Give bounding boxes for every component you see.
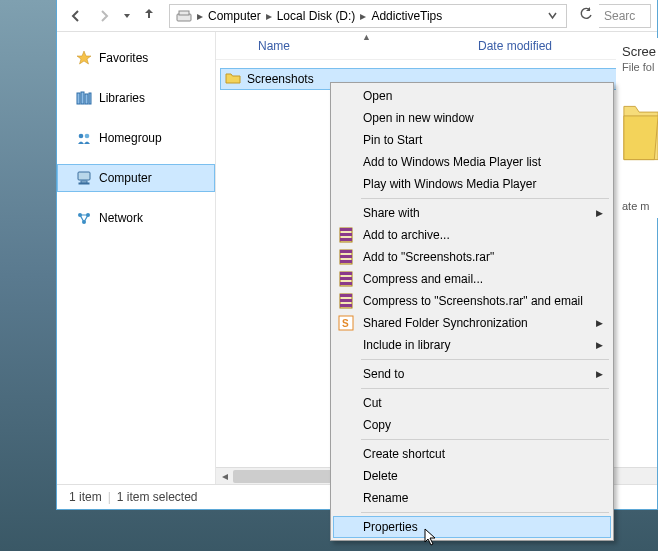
nav-favorites[interactable]: Favorites bbox=[57, 44, 215, 72]
sort-indicator: ▲ bbox=[356, 32, 377, 42]
forward-button[interactable] bbox=[91, 3, 117, 29]
toolbar: ▸ Computer ▸ Local Disk (D:) ▸ Addictive… bbox=[57, 0, 657, 32]
menu-item[interactable]: Add to archive... bbox=[333, 224, 611, 246]
menu-item[interactable]: Rename bbox=[333, 487, 611, 509]
menu-item[interactable]: Copy bbox=[333, 414, 611, 436]
menu-item[interactable]: Create shortcut bbox=[333, 443, 611, 465]
address-bar[interactable]: ▸ Computer ▸ Local Disk (D:) ▸ Addictive… bbox=[169, 4, 567, 28]
menu-item-label: Share with bbox=[363, 206, 420, 220]
rar-icon bbox=[337, 226, 355, 244]
svg-point-7 bbox=[85, 134, 90, 139]
menu-item[interactable]: Properties bbox=[333, 516, 611, 538]
menu-item[interactable]: Add to "Screenshots.rar" bbox=[333, 246, 611, 268]
status-selection: 1 item selected bbox=[117, 490, 198, 504]
menu-item[interactable]: Add to Windows Media Player list bbox=[333, 151, 611, 173]
svg-text:S: S bbox=[342, 318, 349, 329]
svg-rect-8 bbox=[78, 172, 90, 180]
svg-rect-2 bbox=[77, 93, 80, 104]
menu-item-label: Send to bbox=[363, 367, 404, 381]
menu-item[interactable]: Open in new window bbox=[333, 107, 611, 129]
menu-item-label: Include in library bbox=[363, 338, 450, 352]
breadcrumb-item[interactable]: AddictiveTips bbox=[368, 5, 445, 27]
preview-pane: Scree File fol ate m bbox=[616, 38, 658, 218]
menu-item[interactable]: Open bbox=[333, 85, 611, 107]
menu-item-label: Pin to Start bbox=[363, 133, 422, 147]
menu-separator bbox=[361, 439, 609, 440]
menu-item[interactable]: Pin to Start bbox=[333, 129, 611, 151]
folder-large-icon bbox=[622, 93, 658, 173]
file-name: Screenshots bbox=[247, 72, 314, 86]
menu-item-label: Rename bbox=[363, 491, 408, 505]
breadcrumb-separator[interactable]: ▸ bbox=[358, 9, 368, 23]
nav-label: Favorites bbox=[99, 51, 148, 65]
menu-item-label: Add to "Screenshots.rar" bbox=[363, 250, 494, 264]
back-button[interactable] bbox=[63, 3, 89, 29]
folder-icon bbox=[225, 71, 241, 88]
up-button[interactable] bbox=[135, 6, 163, 25]
svg-rect-4 bbox=[85, 94, 88, 104]
address-dropdown[interactable] bbox=[542, 9, 563, 23]
menu-separator bbox=[361, 512, 609, 513]
menu-item-label: Play with Windows Media Player bbox=[363, 177, 536, 191]
breadcrumb-separator[interactable]: ▸ bbox=[264, 9, 274, 23]
refresh-button[interactable] bbox=[573, 7, 599, 24]
nav-label: Network bbox=[99, 211, 143, 225]
menu-item[interactable]: SShared Folder Synchronization▶ bbox=[333, 312, 611, 334]
menu-item-label: Compress and email... bbox=[363, 272, 483, 286]
nav-libraries[interactable]: Libraries bbox=[57, 84, 215, 112]
nav-label: Homegroup bbox=[99, 131, 162, 145]
breadcrumb-item[interactable]: Computer bbox=[205, 5, 264, 27]
menu-item-label: Add to archive... bbox=[363, 228, 450, 242]
menu-item[interactable]: Delete bbox=[333, 465, 611, 487]
menu-item-label: Create shortcut bbox=[363, 447, 445, 461]
breadcrumb-separator[interactable]: ▸ bbox=[195, 9, 205, 23]
scroll-left[interactable]: ◂ bbox=[216, 469, 233, 483]
submenu-arrow-icon: ▶ bbox=[596, 340, 603, 350]
svg-rect-10 bbox=[79, 183, 89, 184]
menu-item[interactable]: Send to▶ bbox=[333, 363, 611, 385]
submenu-arrow-icon: ▶ bbox=[596, 208, 603, 218]
preview-type: File fol bbox=[622, 61, 652, 73]
column-date[interactable]: Date modified bbox=[472, 39, 558, 53]
menu-separator bbox=[361, 359, 609, 360]
libraries-icon bbox=[75, 89, 93, 107]
status-count: 1 item bbox=[69, 490, 102, 504]
search-box[interactable]: Searc bbox=[599, 4, 651, 28]
nav-homegroup[interactable]: Homegroup bbox=[57, 124, 215, 152]
rar-icon bbox=[337, 292, 355, 310]
menu-item-label: Cut bbox=[363, 396, 382, 410]
nav-computer[interactable]: Computer bbox=[57, 164, 215, 192]
homegroup-icon bbox=[75, 129, 93, 147]
menu-item[interactable]: Share with▶ bbox=[333, 202, 611, 224]
nav-label: Libraries bbox=[99, 91, 145, 105]
menu-item[interactable]: Play with Windows Media Player bbox=[333, 173, 611, 195]
network-icon bbox=[75, 209, 93, 227]
menu-item-label: Add to Windows Media Player list bbox=[363, 155, 541, 169]
menu-item-label: Copy bbox=[363, 418, 391, 432]
nav-network[interactable]: Network bbox=[57, 204, 215, 232]
submenu-arrow-icon: ▶ bbox=[596, 318, 603, 328]
navigation-pane: Favorites Libraries Homegroup Computer bbox=[57, 32, 216, 484]
menu-item-label: Shared Folder Synchronization bbox=[363, 316, 528, 330]
context-menu: OpenOpen in new windowPin to StartAdd to… bbox=[330, 82, 614, 541]
menu-separator bbox=[361, 198, 609, 199]
preview-title: Scree bbox=[622, 44, 652, 59]
breadcrumb-item[interactable]: Local Disk (D:) bbox=[274, 5, 359, 27]
menu-item[interactable]: Include in library▶ bbox=[333, 334, 611, 356]
menu-item[interactable]: Compress and email... bbox=[333, 268, 611, 290]
history-dropdown[interactable] bbox=[119, 9, 135, 23]
menu-separator bbox=[361, 388, 609, 389]
status-divider: | bbox=[108, 490, 111, 504]
star-icon bbox=[75, 49, 93, 67]
nav-label: Computer bbox=[99, 171, 152, 185]
search-placeholder: Searc bbox=[604, 9, 635, 23]
menu-item[interactable]: Compress to "Screenshots.rar" and email bbox=[333, 290, 611, 312]
svg-rect-1 bbox=[179, 11, 189, 15]
svg-rect-5 bbox=[89, 93, 91, 104]
menu-item[interactable]: Cut bbox=[333, 392, 611, 414]
menu-item-label: Properties bbox=[363, 520, 418, 534]
menu-item-label: Open in new window bbox=[363, 111, 474, 125]
computer-icon bbox=[75, 169, 93, 187]
svg-point-6 bbox=[79, 134, 84, 139]
rar-icon bbox=[337, 248, 355, 266]
